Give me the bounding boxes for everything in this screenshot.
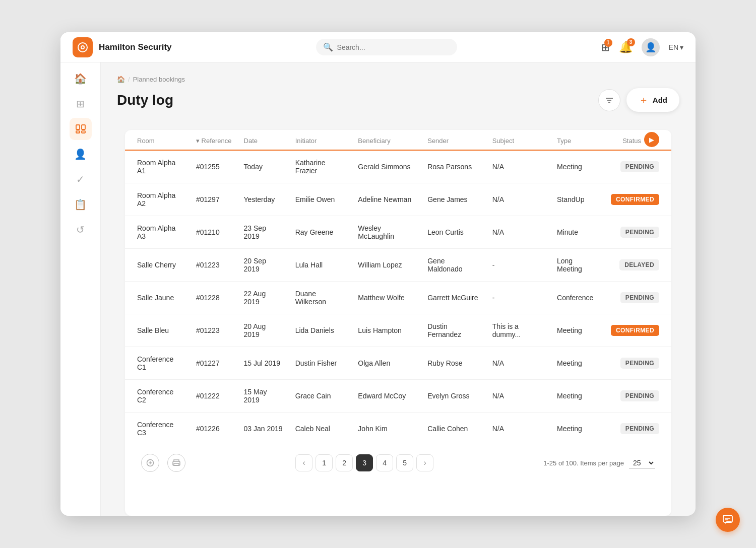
cell-status: CONFiRMED (605, 314, 671, 347)
cell-type: Meeting (551, 413, 605, 445)
cell-sender: Garrett McGuire (421, 282, 486, 314)
page-2-button[interactable]: 2 (336, 454, 353, 471)
table-row[interactable]: Room Alpha A1 #01255 Today Katharine Fra… (125, 150, 671, 183)
sidebar-item-duty[interactable] (70, 118, 92, 140)
status-badge: CONFiRMED (611, 325, 659, 336)
cell-ref: #01297 (190, 183, 238, 216)
search-bar[interactable]: 🔍 (316, 39, 457, 55)
page-1-button[interactable]: 1 (316, 454, 333, 471)
sidebar-item-device[interactable]: 📋 (70, 193, 92, 216)
sidebar-item-check[interactable]: ✓ (70, 168, 92, 190)
add-button[interactable]: ＋ Add (626, 88, 679, 112)
cell-beneficiary: Matthew Wolfe (352, 282, 421, 314)
print-button[interactable] (167, 454, 185, 472)
next-page-button[interactable]: › (416, 454, 433, 471)
table-row[interactable]: Conference C3 #01226 03 Jan 2019 Caleb N… (125, 413, 671, 445)
cell-subject: N/A (486, 380, 551, 413)
grid-notif-wrap[interactable]: ⊞ 1 (601, 41, 610, 53)
cell-type: Meeting (551, 314, 605, 347)
table-header-row: Room ▾ Reference Date Initiator Benefici… (125, 130, 671, 150)
cell-type: Conference (551, 282, 605, 314)
user-avatar[interactable]: 👤 (642, 38, 660, 56)
cell-beneficiary: Gerald Simmons (352, 150, 421, 183)
cell-date: Yesterday (238, 183, 289, 216)
page-4-button[interactable]: 4 (376, 454, 393, 471)
language-selector[interactable]: EN ▾ (669, 43, 683, 51)
title-actions: ＋ Add (598, 88, 679, 112)
sidebar-item-home[interactable]: 🏠 (70, 67, 92, 90)
page-3-button[interactable]: 3 (356, 454, 373, 471)
main-content: 🏠 / Planned bookings Duty log (101, 32, 696, 516)
cell-room: Conference C2 (125, 380, 190, 413)
topnav: Hamilton Security 🔍 ⊞ 1 🔔 3 👤 (60, 32, 696, 62)
play-icon[interactable]: ▶ (644, 132, 659, 147)
filter-button[interactable] (598, 89, 620, 111)
cell-room: Room Alpha A2 (125, 183, 190, 216)
bell-notif-wrap[interactable]: 🔔 3 (619, 41, 633, 54)
cell-type: Meeting (551, 380, 605, 413)
cell-room: Conference C1 (125, 347, 190, 380)
sidebar-item-grid[interactable]: ⊞ (70, 93, 92, 115)
chevron-down-icon: ▾ (680, 43, 683, 51)
cell-beneficiary: Luis Hampton (352, 314, 421, 347)
sidebar-item-history[interactable]: ↺ (70, 219, 92, 241)
cell-date: 23 Sep 2019 (238, 216, 289, 249)
table-row[interactable]: Salle Cherry #01223 20 Sep 2019 Lula Hal… (125, 249, 671, 282)
cell-subject: - (486, 282, 551, 314)
cell-type: Long Meeting (551, 249, 605, 282)
cell-ref: #01223 (190, 249, 238, 282)
cell-initiator: Lida Daniels (289, 314, 352, 347)
cell-sender: Gene Maldonado (421, 249, 486, 282)
cell-subject: N/A (486, 413, 551, 445)
table-row[interactable]: Room Alpha A2 #01297 Yesterday Emilie Ow… (125, 183, 671, 216)
pagination: ‹ 1 2 3 4 5 › (295, 454, 433, 471)
table-container: Room ▾ Reference Date Initiator Benefici… (125, 130, 671, 516)
cell-subject: N/A (486, 150, 551, 183)
cell-status: CONFIRMED (605, 183, 671, 216)
bell-badge: 3 (627, 38, 635, 46)
cell-ref: #01227 (190, 347, 238, 380)
cell-subject: N/A (486, 183, 551, 216)
col-sender: Sender (421, 130, 486, 150)
table-row[interactable]: Room Alpha A3 #01210 23 Sep 2019 Ray Gre… (125, 216, 671, 249)
app-name: Hamilton Security (99, 42, 172, 52)
chat-fab[interactable] (716, 508, 740, 532)
search-input[interactable] (337, 43, 450, 51)
footer-left (141, 454, 185, 472)
table-row[interactable]: Salle Jaune #01228 22 Aug 2019 Duane Wil… (125, 282, 671, 314)
status-badge: PENDING (620, 423, 659, 434)
app-logo[interactable] (73, 37, 93, 57)
page-5-button[interactable]: 5 (396, 454, 413, 471)
grid-badge: 1 (604, 39, 612, 47)
status-badge: PENDING (620, 227, 659, 238)
col-reference[interactable]: ▾ Reference (190, 130, 238, 150)
sidebar: 🏠 ⊞ 👤 ✓ 📋 ↺ (60, 32, 101, 516)
svg-rect-3 (76, 125, 80, 129)
col-type: Type (551, 130, 605, 150)
table-row[interactable]: Conference C1 #01227 15 Jul 2019 Dustin … (125, 347, 671, 380)
cell-status: PENDING (605, 150, 671, 183)
col-date: Date (238, 130, 289, 150)
status-badge: PENDING (620, 292, 659, 303)
breadcrumb-home-icon[interactable]: 🏠 (117, 76, 125, 83)
status-badge: DELAYED (619, 259, 659, 270)
cell-sender: Dustin Fernandez (421, 314, 486, 347)
table-row[interactable]: Salle Bleu #01223 20 Aug 2019 Lida Danie… (125, 314, 671, 347)
edit-button[interactable] (141, 454, 159, 472)
cell-beneficiary: Adeline Newman (352, 183, 421, 216)
cell-date: 20 Aug 2019 (238, 314, 289, 347)
sidebar-item-user[interactable]: 👤 (70, 143, 92, 165)
table-body: Room Alpha A1 #01255 Today Katharine Fra… (125, 150, 671, 445)
search-area: 🔍 (172, 39, 601, 55)
cell-subject: N/A (486, 347, 551, 380)
per-page-select[interactable]: 25 50 100 (629, 457, 655, 469)
table-row[interactable]: Conference C2 #01222 15 May 2019 Grace C… (125, 380, 671, 413)
breadcrumb: 🏠 / Planned bookings (117, 76, 679, 83)
cell-initiator: Lula Hall (289, 249, 352, 282)
prev-page-button[interactable]: ‹ (295, 454, 312, 471)
status-badge: PENDING (620, 358, 659, 369)
cell-status: PENDING (605, 380, 671, 413)
cell-status: PENDING (605, 413, 671, 445)
cell-sender: Leon Curtis (421, 216, 486, 249)
cell-type: Meeting (551, 150, 605, 183)
